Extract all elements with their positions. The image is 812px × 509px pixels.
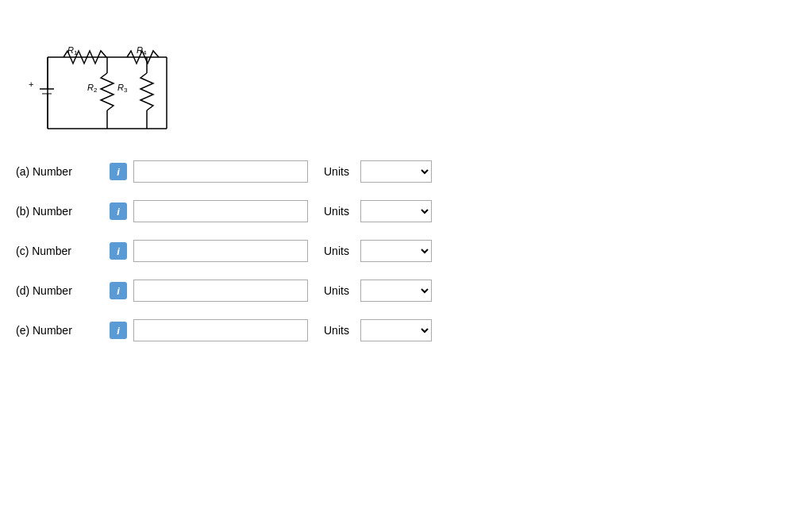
units-select-e[interactable]: ΩAVW: [360, 319, 432, 341]
row-label-a: (a) Number: [16, 165, 103, 178]
answer-row-e: (e) NumberiUnitsΩAVW: [16, 319, 796, 341]
number-input-c[interactable]: [133, 240, 308, 262]
units-label-e: Units: [324, 324, 349, 337]
number-input-b[interactable]: [133, 200, 308, 222]
info-button-c[interactable]: i: [110, 242, 127, 260]
answer-rows: (a) NumberiUnitsΩAVW(b) NumberiUnitsΩAVW…: [16, 160, 796, 341]
number-input-a[interactable]: [133, 160, 308, 183]
row-label-c: (c) Number: [16, 245, 103, 257]
units-select-c[interactable]: ΩAVW: [360, 240, 432, 262]
number-input-d[interactable]: [133, 280, 308, 302]
units-select-d[interactable]: ΩAVW: [360, 280, 432, 302]
problem-statement: [16, 13, 730, 29]
units-label-d: Units: [324, 284, 349, 297]
svg-text:3: 3: [124, 87, 128, 94]
units-select-a[interactable]: ΩAVW: [360, 160, 432, 183]
answer-row-d: (d) NumberiUnitsΩAVW: [16, 280, 796, 302]
row-label-e: (e) Number: [16, 324, 103, 337]
svg-text:R: R: [87, 83, 94, 92]
info-button-d[interactable]: i: [110, 282, 127, 299]
answer-row-b: (b) NumberiUnitsΩAVW: [16, 200, 796, 222]
number-input-e[interactable]: [133, 319, 308, 341]
answer-row-a: (a) NumberiUnitsΩAVW: [16, 160, 796, 183]
svg-text:R: R: [117, 83, 124, 92]
row-label-d: (d) Number: [16, 284, 103, 297]
units-label-a: Units: [324, 165, 349, 178]
units-label-b: Units: [324, 205, 349, 218]
units-select-b[interactable]: ΩAVW: [360, 200, 432, 222]
info-button-b[interactable]: i: [110, 202, 127, 220]
units-label-c: Units: [324, 245, 349, 257]
row-label-b: (b) Number: [16, 205, 103, 218]
svg-text:+: +: [29, 79, 33, 89]
circuit-diagram: + R 1 R 2 R 4 R 3: [24, 41, 198, 145]
svg-text:2: 2: [94, 87, 98, 94]
info-button-a[interactable]: i: [110, 163, 127, 180]
answer-row-c: (c) NumberiUnitsΩAVW: [16, 240, 796, 262]
info-button-e[interactable]: i: [110, 322, 127, 339]
